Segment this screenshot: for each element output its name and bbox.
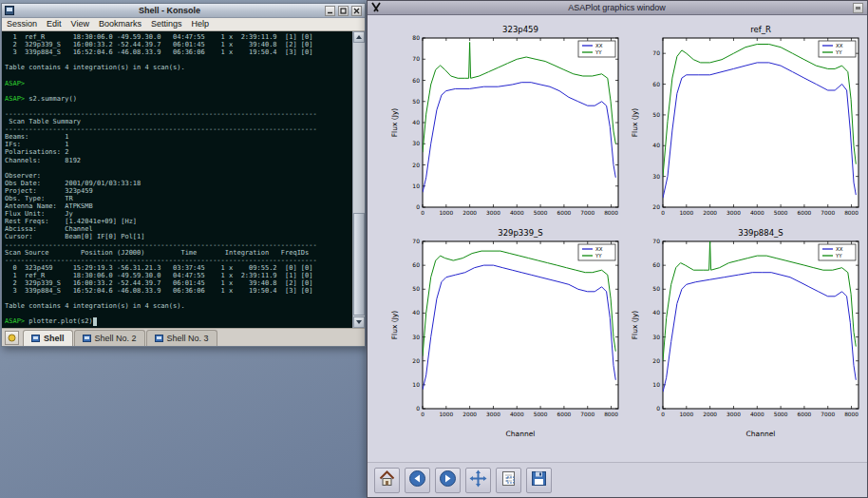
terminal-line: ASAP> s2.summary() xyxy=(5,95,349,103)
menu-item-help[interactable]: Help xyxy=(191,18,209,30)
terminal-line xyxy=(5,71,349,79)
titlebar-button[interactable] xyxy=(853,3,863,13)
plot-toolbar xyxy=(368,462,867,497)
terminal-line: Table contains 4 integration(s) in 4 sca… xyxy=(5,302,349,310)
terminal[interactable]: 1 ref_R 18:30:06.0 -49.59.30.0 04:47:55 … xyxy=(2,31,365,328)
tab-shell-3[interactable]: Shell No. 3 xyxy=(146,330,217,346)
save-button[interactable] xyxy=(526,468,552,493)
svg-text:3000: 3000 xyxy=(486,412,500,417)
svg-text:50: 50 xyxy=(412,285,420,292)
svg-text:60: 60 xyxy=(412,77,420,84)
asaplot-titlebar[interactable]: ASAPlot graphics window xyxy=(368,1,867,15)
konsole-window: Shell - Konsole Session Edit View Bookma… xyxy=(1,3,366,347)
tab-terminal-icon xyxy=(31,335,40,342)
svg-text:6000: 6000 xyxy=(798,210,812,216)
scroll-up-icon[interactable] xyxy=(353,31,365,43)
svg-text:323p459: 323p459 xyxy=(502,25,538,34)
scrollbar-thumb[interactable] xyxy=(353,213,365,316)
konsole-titlebar[interactable]: Shell - Konsole xyxy=(2,4,365,18)
svg-text:30: 30 xyxy=(652,173,660,180)
menu-item-bookmarks[interactable]: Bookmarks xyxy=(99,18,142,30)
terminal-line xyxy=(5,56,349,64)
terminal-line: 1 ref_R 18:30:06.0 -49.59.30.0 04:47:55 … xyxy=(5,272,349,279)
tab-shell[interactable]: Shell xyxy=(23,330,73,346)
forward-icon xyxy=(439,469,457,491)
svg-text:329p339_S: 329p339_S xyxy=(498,228,543,238)
tab-shell-2[interactable]: Shell No. 2 xyxy=(74,330,145,346)
svg-text:8000: 8000 xyxy=(604,412,618,417)
svg-text:6000: 6000 xyxy=(557,210,572,216)
svg-text:20: 20 xyxy=(652,357,660,364)
terminal-line: ----------------------------------------… xyxy=(5,125,349,133)
svg-text:30: 30 xyxy=(412,334,420,340)
svg-text:3000: 3000 xyxy=(726,210,741,216)
terminal-scrollbar[interactable] xyxy=(352,31,365,328)
svg-text:10: 10 xyxy=(652,381,660,388)
svg-text:Flux (Jy): Flux (Jy) xyxy=(390,108,399,138)
svg-text:XX: XX xyxy=(836,246,843,252)
terminal-line: ----------------------------------------… xyxy=(5,257,349,264)
svg-text:8000: 8000 xyxy=(844,210,859,216)
svg-text:70: 70 xyxy=(412,55,420,62)
svg-text:40: 40 xyxy=(412,119,420,125)
terminal-line xyxy=(5,310,349,317)
svg-text:7000: 7000 xyxy=(821,210,835,216)
scroll-down-icon[interactable] xyxy=(353,316,365,328)
svg-text:YY: YY xyxy=(594,49,602,55)
terminal-line xyxy=(5,87,349,95)
home-icon xyxy=(378,469,396,491)
menu-item-settings[interactable]: Settings xyxy=(151,18,182,30)
svg-text:3000: 3000 xyxy=(486,210,500,216)
terminal-line: 0 323p459 15:29:19.3 -56.31.21.3 03:37:4… xyxy=(5,264,349,272)
svg-text:1000: 1000 xyxy=(679,412,693,417)
svg-text:7000: 7000 xyxy=(821,412,835,417)
svg-text:4000: 4000 xyxy=(510,210,524,216)
svg-text:Flux (Jy): Flux (Jy) xyxy=(631,311,639,340)
zoom-button[interactable] xyxy=(496,468,521,493)
menu-item-view[interactable]: View xyxy=(71,18,89,30)
home-button[interactable] xyxy=(374,468,400,493)
svg-text:20: 20 xyxy=(652,203,660,210)
svg-text:XX: XX xyxy=(836,43,843,48)
terminal-line: Scan Source Position (J2000) Time Integr… xyxy=(5,249,349,257)
terminal-line: Scan Table Summary xyxy=(5,118,349,125)
terminal-line: Obs Date: 2001/09/01/03:33:18 xyxy=(5,180,349,187)
svg-text:70: 70 xyxy=(652,238,660,244)
minimize-button[interactable] xyxy=(325,6,335,16)
svg-text:80: 80 xyxy=(412,34,420,41)
maximize-button[interactable] xyxy=(338,6,349,16)
svg-text:5000: 5000 xyxy=(534,210,548,216)
terminal-line: Project: 323p459 xyxy=(5,187,349,195)
svg-text:ref_R: ref_R xyxy=(750,25,771,34)
pan-button[interactable] xyxy=(465,468,491,493)
subplot-329p339-s[interactable]: 329p339_S0100020003000400050006000700080… xyxy=(388,226,626,441)
forward-button[interactable] xyxy=(435,468,461,493)
tab-label: Shell No. 2 xyxy=(95,334,137,343)
window-title: Shell - Konsole xyxy=(17,4,322,17)
new-session-icon[interactable] xyxy=(5,331,19,345)
terminal-line xyxy=(5,295,349,302)
svg-text:8000: 8000 xyxy=(844,412,859,417)
svg-text:2000: 2000 xyxy=(462,210,477,216)
terminal-line: Table contains 4 integration(s) in 4 sca… xyxy=(5,64,349,71)
tab-terminal-icon xyxy=(155,335,163,342)
svg-text:5000: 5000 xyxy=(774,210,788,216)
tab-terminal-icon xyxy=(83,335,91,342)
tab-label: Shell xyxy=(44,334,65,343)
back-button[interactable] xyxy=(405,468,430,493)
figure-canvas[interactable]: 323p459010002000300040005000600070008000… xyxy=(368,15,867,462)
svg-text:7000: 7000 xyxy=(580,412,594,417)
menu-item-edit[interactable]: Edit xyxy=(47,18,62,30)
terminal-line: 1 ref_R 18:30:06.0 -49.59.30.0 04:47:55 … xyxy=(5,33,349,41)
close-button[interactable] xyxy=(351,6,362,16)
svg-text:1000: 1000 xyxy=(679,210,693,216)
subplot-323p459[interactable]: 323p459010002000300040005000600070008000… xyxy=(388,23,626,224)
svg-text:8000: 8000 xyxy=(604,210,618,216)
svg-text:XX: XX xyxy=(595,43,603,48)
svg-text:60: 60 xyxy=(652,81,660,87)
back-icon xyxy=(408,469,426,491)
subplot-339p884-s[interactable]: 339p884_S0100020003000400050006000700080… xyxy=(629,226,866,441)
menu-item-session[interactable]: Session xyxy=(7,18,37,30)
subplot-ref-r[interactable]: ref_R01000200030004000500060007000800020… xyxy=(629,23,866,224)
svg-text:0: 0 xyxy=(421,210,425,216)
